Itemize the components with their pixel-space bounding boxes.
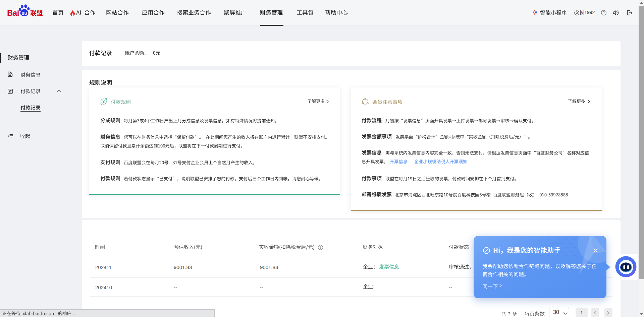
- svg-text:du: du: [22, 11, 27, 16]
